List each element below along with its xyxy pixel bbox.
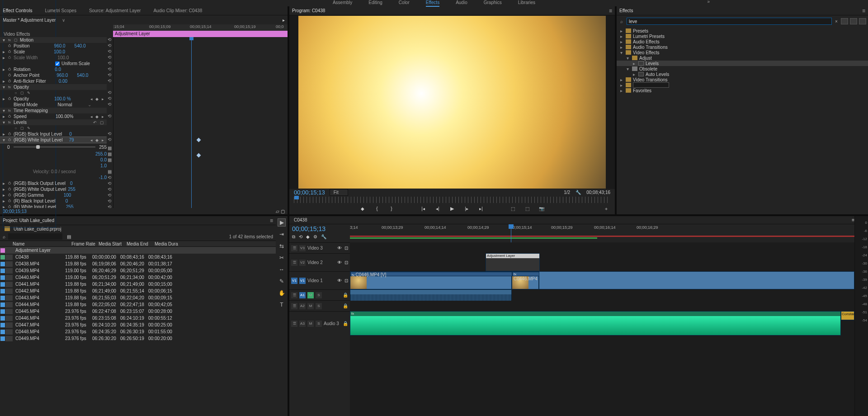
prop-position[interactable]: ŎPosition960.0540.0 [0,43,107,49]
ec-clip-bar[interactable]: Adjustment Layer [113,31,288,37]
prop-r-black-in[interactable]: ▸Ŏ(R) Black Input Level0 [0,198,107,204]
razor-tool-icon[interactable]: ✂ [278,254,285,261]
fx-levels[interactable]: ▾fxLevels↶ ▢ [0,119,107,125]
label-color-chip[interactable] [0,262,5,266]
folder-item[interactable]: ▾Adjust [617,55,868,61]
extract-icon[interactable]: ⬚ [524,206,530,211]
fx-filter-icon[interactable] [859,18,866,24]
ws-libraries[interactable]: Libraries [518,0,535,5]
button-editor-icon[interactable]: ＋ [603,206,609,212]
track-header-v1[interactable]: V1V1Video 1👁⊡ [289,271,350,289]
project-item[interactable]: C0440.MP4119.00 fps06;20;51;2906;21;34;0… [0,274,276,281]
prop-white-output[interactable]: ▸Ŏ(RGB) White Output Level255 [0,186,107,192]
folder-item[interactable]: ▸Audio Transitions [617,44,868,50]
clip-transition[interactable]: Constant [841,311,854,320]
project-item[interactable]: C0448.MP423.976 fps06:24:35:2006:26:30:1… [0,328,276,335]
go-to-out-icon[interactable]: ▸| [478,206,484,211]
effects-search-input[interactable] [627,18,832,25]
track-header-a3[interactable]: ☰A3MSAudio 3🔒 [289,311,350,336]
folder-item[interactable]: ▸Presets [617,28,868,33]
ws-overflow-icon[interactable]: » [707,0,710,4]
project-item[interactable]: C0444.MP4119.88 fps06;22;05;0206;22;47;1… [0,301,276,308]
label-color-chip[interactable] [0,275,5,280]
col-media-dur[interactable]: Media Dura [152,241,180,246]
type-tool-icon[interactable]: T [278,301,285,308]
label-color-chip[interactable] [0,330,5,334]
ws-graphics[interactable]: Graphics [484,0,502,5]
ec-zoom-icon[interactable]: ▱ ▢ [276,209,285,214]
ec-keyframe-area[interactable] [113,37,288,208]
selection-tool-icon[interactable]: ▶ [278,219,285,226]
project-item[interactable]: C0449.MP423.976 fps06:26:30:2006:26:50:1… [0,335,276,342]
clear-search-icon[interactable]: × [834,19,839,24]
folder-item[interactable]: ▸ [617,82,868,88]
uniform-scale-checkbox[interactable] [55,61,60,66]
mark-out-icon[interactable]: } [388,206,395,211]
prop-blendmode[interactable]: Blend ModeNormal⌄ [0,102,107,108]
clip-adjustment-layer[interactable]: Adjustment Layer [486,253,540,271]
project-search-input[interactable] [8,233,62,240]
ec-mini-ruler[interactable]: :15;04 00;00;15;09 00;00;15;14 00;00;15;… [113,24,288,31]
label-color-chip[interactable] [0,255,5,260]
levels-slider[interactable]: 0 255 [0,143,107,151]
clip-audio[interactable]: fx [350,311,841,336]
settings-icon[interactable]: ⚙ [313,234,317,240]
prop-gamma[interactable]: ▸Ŏ(RGB) Gamma100 [0,192,107,198]
project-columns[interactable]: Name Frame Rate Media Start Media End Me… [0,241,276,247]
folder-item[interactable]: ▾Obsolete [617,66,868,71]
panel-menu-icon[interactable]: ≡ [609,9,612,13]
fx-filter-icon[interactable] [850,18,857,24]
panel-menu-icon[interactable]: ≡ [862,9,865,13]
toggle-output-icon[interactable]: 👁 [337,246,342,251]
folder-item[interactable]: ▸Video Transitions [617,77,868,82]
clip-audio[interactable] [350,289,512,300]
label-color-chip[interactable] [0,336,5,341]
col-media-end[interactable]: Media End [124,241,152,246]
prop-uniform-scale[interactable]: Uniform Scale [0,61,107,66]
ws-editing[interactable]: Editing [368,0,382,5]
timeline-timecode[interactable]: 00;00;15;13 [292,225,347,232]
project-item[interactable]: C0443.MP4119.88 fps06;21;55;0306;22;04;2… [0,294,276,301]
folder-item[interactable]: ▸Favorites [617,88,868,93]
col-media-start[interactable]: Media Start [96,241,124,246]
effects-tab[interactable]: Effects [619,8,633,13]
step-back-icon[interactable]: ◂| [434,206,441,211]
lift-icon[interactable]: ⬚ [509,206,516,211]
ws-color[interactable]: Color [399,0,410,5]
label-color-chip[interactable] [0,309,5,314]
col-name[interactable]: Name [10,241,69,246]
label-color-chip[interactable] [0,282,5,287]
label-color-chip[interactable] [0,303,5,307]
mute-toggle[interactable]: M [307,292,314,298]
track-header-a2[interactable]: ☰A2MS🔒 [289,300,350,311]
timeline-clips-area[interactable]: Adjustment Layer fx C0446.MP4 [V] f [350,242,854,416]
marker-icon[interactable]: ◆ [306,234,310,240]
fx-filter-icon[interactable] [841,18,848,24]
prop-r-white-in[interactable]: ▸Ŏ(R) White Input Level255 [0,204,107,208]
linked-selection-icon[interactable]: ⟲ [299,234,302,240]
prop-antiflicker[interactable]: ▸ŎAnti-flicker Filter0.00 [0,78,107,84]
program-tab[interactable]: Program: C0438 [292,8,325,13]
label-color-chip[interactable] [0,289,5,293]
solo-toggle[interactable]: S [316,303,322,309]
track-header-v2[interactable]: ☰V2Video 2👁⊡ [289,253,350,271]
new-bin-input[interactable] [633,82,669,88]
project-list[interactable]: Adjustment LayerC0438119.88 fps00;00;00;… [0,247,276,416]
prop-white-input[interactable]: ▾Ŏ(RGB) White Input Level79◂ ◆ ▸ [0,137,107,143]
project-item[interactable]: C0438119.88 fps00;00;00;0000;08;43;1600;… [0,254,276,260]
program-viewport[interactable] [289,15,615,189]
track-header-a1[interactable]: ☰A1MS🔒 [289,289,350,300]
folder-item[interactable]: ▸Audio Effects [617,39,868,44]
project-item[interactable]: C0441.MP4119.88 fps06;21;34;0006;21;49;0… [0,281,276,288]
prop-anchor[interactable]: ŎAnchor Point960.0540.0 [0,72,107,78]
wrench-icon[interactable]: 🔧 [321,234,326,240]
mute-toggle[interactable]: M [307,303,314,309]
prop-speed[interactable]: ▸ŎSpeed100.00%◂ ◆ ▸ [0,113,107,119]
project-item[interactable]: C0446.MP423.976 fps06:23:15:0806:24:10:1… [0,315,276,321]
pen-tool-icon[interactable]: ✎ [278,278,285,285]
ripple-edit-tool-icon[interactable]: ⇆ [278,242,285,250]
effect-item[interactable]: ▸Auto Levels [617,71,868,77]
effect-item[interactable]: ▸Levels [617,61,868,66]
ec-playhead[interactable] [191,37,192,208]
play-icon[interactable]: ▶ [449,206,455,212]
